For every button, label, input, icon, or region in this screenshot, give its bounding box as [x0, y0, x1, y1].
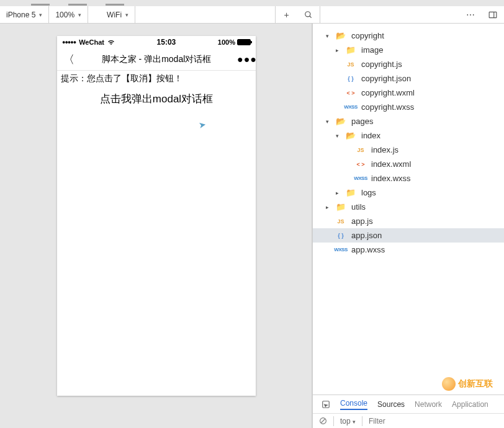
tab-console[interactable]: Console	[340, 399, 367, 410]
file-tree: ▾ 📂 copyright ▸ 📁 image · JS copyright.j…	[313, 24, 504, 395]
folder-icon: 📁	[344, 188, 358, 197]
dock-icon	[488, 11, 497, 19]
watermark-logo-icon	[442, 377, 456, 391]
nav-title: 脚本之家 - 弹出modal对话框	[76, 54, 237, 65]
folder-utils[interactable]: ▸ 📁 utils	[313, 200, 504, 214]
more-button[interactable]: ⋯	[459, 6, 482, 23]
folder-logs[interactable]: ▸ 📁 logs	[313, 185, 504, 200]
separator	[333, 416, 334, 426]
folder-label: copyright	[351, 31, 384, 40]
cursor-pointer-icon: ➤	[198, 119, 207, 130]
search-button[interactable]	[298, 6, 320, 23]
js-file-icon: JS	[354, 147, 367, 153]
chevron-down-icon: ▾	[39, 12, 42, 18]
file-app-json[interactable]: · { } app.json	[313, 228, 504, 243]
file-label: copyright.json	[361, 74, 411, 83]
svg-point-0	[305, 11, 310, 16]
file-copyright-json[interactable]: · { } copyright.json	[313, 71, 504, 86]
json-file-icon: { }	[334, 233, 348, 239]
zoom-select-label: 100%	[55, 11, 74, 19]
file-label: copyright.wxml	[361, 88, 415, 97]
json-file-icon: { }	[344, 76, 358, 82]
network-select-label: WiFi	[107, 11, 122, 19]
file-label: index.wxss	[371, 174, 411, 183]
file-app-wxss[interactable]: · WXSS app.wxss	[313, 243, 504, 257]
page-body: 提示：您点击了【取消】按钮！ 点击我弹出modal对话框	[57, 71, 256, 111]
folder-label: pages	[351, 117, 373, 126]
folder-pages[interactable]: ▾ 📂 pages	[313, 114, 504, 128]
devtools-toolbar: iPhone 5 ▾ 100% ▾ WiFi ▾ + ⋯	[0, 6, 504, 24]
file-app-js[interactable]: · JS app.js	[313, 214, 504, 228]
folder-icon: 📁	[334, 202, 348, 212]
js-file-icon: JS	[344, 61, 358, 68]
file-copyright-js[interactable]: · JS copyright.js	[313, 57, 504, 71]
caret-down-icon: ▾	[334, 133, 340, 139]
folder-copyright[interactable]: ▾ 📂 copyright	[313, 29, 504, 43]
svg-line-6	[321, 419, 325, 423]
file-label: app.wxss	[351, 245, 385, 254]
svg-line-1	[310, 16, 312, 17]
wxss-file-icon: WXSS	[344, 104, 358, 110]
folder-icon: 📁	[344, 45, 358, 55]
watermark: 创新互联	[442, 377, 493, 391]
file-copyright-wxss[interactable]: · WXSS copyright.wxss	[313, 100, 504, 114]
file-label: copyright.wxss	[361, 102, 414, 112]
context-select[interactable]: top ▾	[340, 417, 356, 426]
svg-rect-2	[489, 12, 497, 17]
inspect-icon[interactable]	[322, 400, 330, 409]
chevron-down-icon: ▾	[125, 12, 128, 18]
file-label: app.js	[351, 216, 373, 226]
battery-icon	[237, 39, 251, 45]
carrier-label: WeChat	[79, 38, 104, 46]
toolbar-spacer	[320, 6, 459, 23]
device-select[interactable]: iPhone 5 ▾	[0, 6, 49, 23]
folder-index[interactable]: ▾ 📂 index	[313, 128, 504, 143]
console-toolbar: top ▾	[313, 413, 504, 428]
watermark-text: 创新互联	[458, 378, 493, 390]
folder-image[interactable]: ▸ 📁 image	[313, 43, 504, 57]
wifi-icon	[107, 39, 115, 45]
file-label: index.js	[371, 145, 398, 154]
folder-label: utils	[351, 202, 366, 212]
console-filter-input[interactable]	[369, 417, 418, 426]
file-copyright-wxml[interactable]: · < > copyright.wxml	[313, 86, 504, 100]
back-button[interactable]: 〈	[63, 52, 76, 67]
tab-sources[interactable]: Sources	[377, 400, 405, 409]
wxss-file-icon: WXSS	[334, 247, 348, 252]
folder-open-icon: 📂	[344, 131, 358, 140]
file-index-wxml[interactable]: · < > index.wxml	[313, 157, 504, 171]
status-bar: ●●●●● WeChat 15:03 100%	[57, 36, 256, 48]
caret-right-icon: ▸	[334, 190, 340, 196]
wxml-file-icon: < >	[354, 161, 367, 167]
open-modal-button[interactable]: 点击我弹出modal对话框	[57, 87, 256, 111]
add-tab-button[interactable]: +	[276, 6, 298, 23]
more-icon: ⋯	[466, 10, 475, 20]
network-select[interactable]: WiFi ▾	[101, 6, 135, 23]
main-split: ●●●●● WeChat 15:03 100% 〈 脚本之家 - 弹出modal…	[0, 24, 504, 428]
right-pane: ▾ 📂 copyright ▸ 📁 image · JS copyright.j…	[313, 24, 504, 428]
simulator-pane: ●●●●● WeChat 15:03 100% 〈 脚本之家 - 弹出modal…	[0, 24, 312, 428]
wxml-file-icon: < >	[344, 90, 358, 96]
dock-button[interactable]	[482, 6, 504, 23]
zoom-select[interactable]: 100% ▾	[49, 6, 88, 23]
nav-more-button[interactable]: ●●●	[237, 54, 250, 65]
hint-text: 提示：您点击了【取消】按钮！	[57, 71, 256, 87]
battery-pct: 100%	[218, 38, 235, 46]
caret-right-icon: ▸	[334, 47, 340, 53]
file-index-js[interactable]: · JS index.js	[313, 143, 504, 157]
file-index-wxss[interactable]: · WXSS index.wxss	[313, 171, 504, 185]
status-right: 100%	[218, 38, 251, 46]
signal-dots-icon: ●●●●●	[62, 39, 76, 45]
folder-open-icon: 📂	[334, 31, 348, 40]
caret-down-icon: ▾	[324, 118, 330, 125]
file-label: app.json	[351, 231, 382, 240]
folder-label: image	[361, 45, 383, 55]
tab-network[interactable]: Network	[415, 400, 442, 409]
empty-cell	[88, 6, 101, 23]
phone-simulator: ●●●●● WeChat 15:03 100% 〈 脚本之家 - 弹出modal…	[57, 36, 256, 396]
js-file-icon: JS	[334, 218, 348, 225]
clear-console-icon[interactable]	[319, 417, 327, 425]
devtools-tabbar: Console Sources Network Application 创新互联	[313, 395, 504, 413]
folder-open-icon: 📂	[334, 117, 348, 126]
tab-application[interactable]: Application	[452, 400, 488, 409]
